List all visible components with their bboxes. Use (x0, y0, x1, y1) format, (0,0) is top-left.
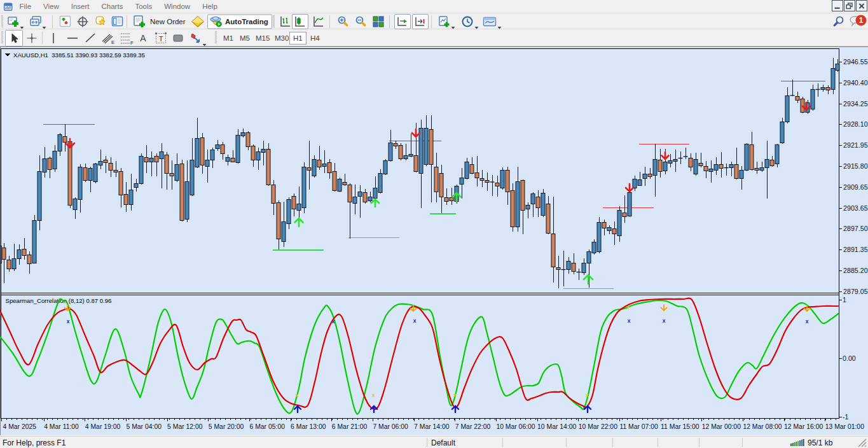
svg-text:10 Mar 14:00: 10 Mar 14:00 (537, 423, 576, 430)
svg-text:2940.40: 2940.40 (843, 79, 868, 87)
svg-text:2891.35: 2891.35 (843, 246, 868, 253)
svg-text:x: x (332, 318, 335, 325)
svg-text:7 Mar 22:00: 7 Mar 22:00 (455, 423, 491, 430)
svg-text:2885.20: 2885.20 (843, 267, 868, 274)
svg-text:x: x (372, 392, 375, 398)
svg-text:A: A (140, 33, 146, 43)
svg-text:x: x (626, 304, 630, 311)
svg-text:E: E (111, 39, 114, 45)
svg-text:2934.25: 2934.25 (843, 100, 868, 108)
svg-text:4 Mar 19:00: 4 Mar 19:00 (85, 423, 121, 430)
svg-text:7 Mar 14:00: 7 Mar 14:00 (414, 423, 450, 430)
svg-text:2879.05: 2879.05 (843, 288, 868, 295)
svg-text:13 Mar 01:00: 13 Mar 01:00 (825, 423, 864, 430)
svg-text:x: x (663, 318, 666, 324)
svg-text:6 Mar 13:00: 6 Mar 13:00 (291, 423, 326, 430)
svg-text:11 Mar 15:00: 11 Mar 15:00 (661, 423, 699, 430)
svg-text:x: x (296, 392, 299, 398)
svg-text:x: x (413, 318, 417, 324)
svg-text:6 Mar 21:00: 6 Mar 21:00 (332, 423, 368, 430)
svg-text:6 Mar 05:00: 6 Mar 05:00 (250, 423, 286, 430)
svg-text:XAUUSD,H1 3385.51 3390.93 338: XAUUSD,H1 3385.51 3390.93 3382.59 3389.3… (13, 52, 145, 59)
svg-text:-1: -1 (843, 413, 849, 421)
svg-text:12 Mar 00:00: 12 Mar 00:00 (702, 423, 741, 430)
svg-text:7 Mar 06:00: 7 Mar 06:00 (373, 423, 408, 430)
svg-text:5 Mar 12:00: 5 Mar 12:00 (167, 423, 203, 430)
svg-text:x: x (628, 318, 631, 324)
svg-text:2921.95: 2921.95 (843, 141, 868, 149)
svg-text:x: x (67, 318, 70, 325)
svg-text:2897.50: 2897.50 (843, 225, 868, 232)
svg-text:5 Mar 04:00: 5 Mar 04:00 (127, 423, 162, 430)
svg-text:11 Mar 07:00: 11 Mar 07:00 (619, 423, 658, 430)
svg-text:4 Mar 2025: 4 Mar 2025 (3, 423, 37, 430)
svg-text:2915.80: 2915.80 (843, 162, 868, 170)
svg-text:1: 1 (859, 16, 864, 25)
svg-text:5 Mar 20:00: 5 Mar 20:00 (209, 423, 244, 430)
svg-text:4 Mar 11:00: 4 Mar 11:00 (44, 423, 79, 430)
svg-text:12 Mar 08:00: 12 Mar 08:00 (743, 423, 782, 430)
svg-text:2928.10: 2928.10 (843, 120, 868, 128)
svg-text:T: T (159, 34, 163, 42)
svg-text:1: 1 (843, 296, 846, 304)
svg-text:2903.65: 2903.65 (843, 204, 868, 212)
svg-text:x: x (586, 392, 589, 398)
svg-text:10 Mar 22:00: 10 Mar 22:00 (579, 423, 617, 430)
svg-text:12 Mar 16:00: 12 Mar 16:00 (784, 423, 823, 430)
svg-text:10 Mar 06:00: 10 Mar 06:00 (496, 423, 535, 430)
svg-text:x: x (453, 392, 457, 398)
svg-text:x: x (806, 318, 809, 325)
svg-text:2909.65: 2909.65 (843, 183, 868, 191)
svg-text:0.00: 0.00 (843, 354, 856, 362)
svg-text:F: F (130, 40, 134, 45)
svg-text:2946.55: 2946.55 (843, 58, 868, 66)
